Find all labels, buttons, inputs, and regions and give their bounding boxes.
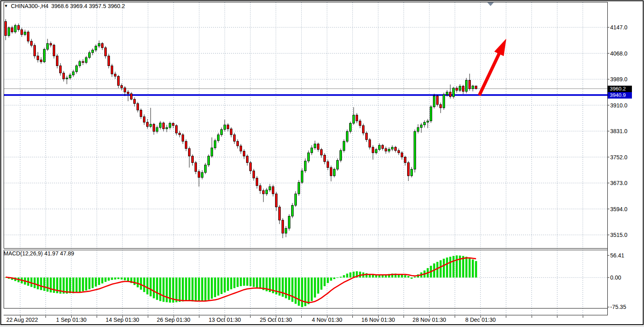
candle-body <box>43 49 46 62</box>
candle-body <box>288 216 290 228</box>
macd-histogram-bar <box>466 257 468 278</box>
macd-histogram-bar <box>205 278 207 301</box>
macd-histogram-bar <box>350 272 352 278</box>
candle-body <box>343 141 345 150</box>
time-axis-label: 4 Nov 01:30 <box>312 317 342 323</box>
macd-histogram-bar <box>227 278 229 291</box>
candle-body <box>469 80 471 88</box>
macd-histogram-bar <box>246 278 248 286</box>
candle-body <box>137 103 139 110</box>
price-axis-label: 3594.0 <box>610 206 627 212</box>
macd-histogram-bar <box>256 278 258 288</box>
macd-histogram-bar <box>153 278 155 298</box>
candle-body <box>459 86 461 90</box>
candle-body <box>443 95 445 108</box>
macd-histogram-bar <box>317 278 319 294</box>
macd-histogram-bar <box>72 278 75 293</box>
macd-histogram-bar <box>243 278 245 286</box>
time-axis-label: 25 Oct 01:30 <box>260 317 292 323</box>
candle-body <box>79 62 81 66</box>
candle-body <box>105 48 107 56</box>
candle-body <box>366 133 368 140</box>
candle-body <box>47 43 49 49</box>
candle-body <box>285 228 287 233</box>
candle-body <box>263 191 265 194</box>
candle-body <box>259 186 261 191</box>
candle-body <box>420 125 422 128</box>
candle-body <box>414 132 416 169</box>
macd-histogram-bar <box>89 278 91 289</box>
macd-histogram-bar <box>182 278 184 301</box>
candle-body <box>150 124 152 127</box>
macd-histogram-bar <box>82 278 84 291</box>
candle-body <box>353 115 355 123</box>
candle-body <box>114 74 116 76</box>
candle-body <box>176 125 178 133</box>
candle-body <box>85 58 87 62</box>
macd-histogram-bar <box>69 278 71 293</box>
candle-body <box>221 130 223 135</box>
macd-histogram-bar <box>143 278 145 292</box>
candle-body <box>253 171 255 178</box>
macd-histogram-bar <box>250 278 252 286</box>
macd-histogram-bar <box>472 259 474 278</box>
candle-body <box>279 207 281 220</box>
macd-histogram-bar <box>449 257 451 278</box>
macd-histogram-bar <box>95 278 97 286</box>
candle-body <box>118 76 120 86</box>
macd-histogram-bar <box>105 278 107 282</box>
time-axis-label: 28 Nov 01:30 <box>412 317 446 323</box>
candle-body <box>40 60 42 62</box>
candle-body <box>475 86 477 89</box>
price-axis-label: 3989.0 <box>610 76 627 82</box>
candle-body <box>185 141 187 148</box>
candle-body <box>121 86 123 88</box>
candle-body <box>449 92 451 97</box>
macd-histogram-bar <box>34 278 36 288</box>
candle-body <box>56 56 58 66</box>
macd-histogram-bar <box>111 278 113 280</box>
macd-histogram-bar <box>295 278 297 304</box>
candle-body <box>240 146 242 151</box>
macd-histogram-bar <box>121 278 123 280</box>
macd-histogram-bar <box>314 278 316 298</box>
macd-histogram-bar <box>440 260 442 278</box>
candle-body <box>214 141 216 148</box>
macd-histogram-bar <box>324 278 326 286</box>
macd-histogram-bar <box>118 278 120 279</box>
macd-histogram-bar <box>188 278 191 301</box>
candle-body <box>466 80 468 91</box>
chart-title: ▼ CHINA300-,H4 3968.6 3969.4 3957.5 3960… <box>4 3 125 9</box>
candle-body <box>333 169 335 176</box>
macd-histogram-bar <box>308 278 310 304</box>
time-axis-label: 26 Sep 01:30 <box>157 317 190 323</box>
macd-histogram-bar <box>221 278 223 294</box>
macd-histogram-bar <box>453 256 455 278</box>
macd-histogram-bar <box>53 278 55 293</box>
price-axis-label: 3831.0 <box>610 128 627 134</box>
macd-histogram-bar <box>327 278 329 283</box>
time-axis-label: 13 Oct 01:30 <box>209 317 241 323</box>
symbol-dropdown-icon: ▼ <box>4 4 8 8</box>
candle-body <box>453 88 455 97</box>
candle-body <box>350 123 352 131</box>
candle-body <box>398 150 400 153</box>
candle-body <box>372 147 374 153</box>
macd-histogram-bar <box>340 277 342 278</box>
candle-body <box>304 161 306 171</box>
price-axis-label: 3910.0 <box>610 102 627 109</box>
macd-histogram-bar <box>259 278 261 289</box>
candle-body <box>411 169 413 176</box>
candle-body <box>205 165 207 173</box>
candle-body <box>172 123 174 125</box>
chart-canvas[interactable] <box>0 0 644 327</box>
candle-body <box>430 107 432 121</box>
macd-histogram-bar <box>372 275 374 278</box>
macd-histogram-bar <box>404 275 406 278</box>
candle-body <box>37 56 39 60</box>
macd-histogram-bar <box>443 259 445 278</box>
candle-body <box>156 128 158 132</box>
candle-body <box>60 66 62 73</box>
macd-histogram-bar <box>379 275 381 278</box>
macd-histogram-bar <box>66 278 68 294</box>
